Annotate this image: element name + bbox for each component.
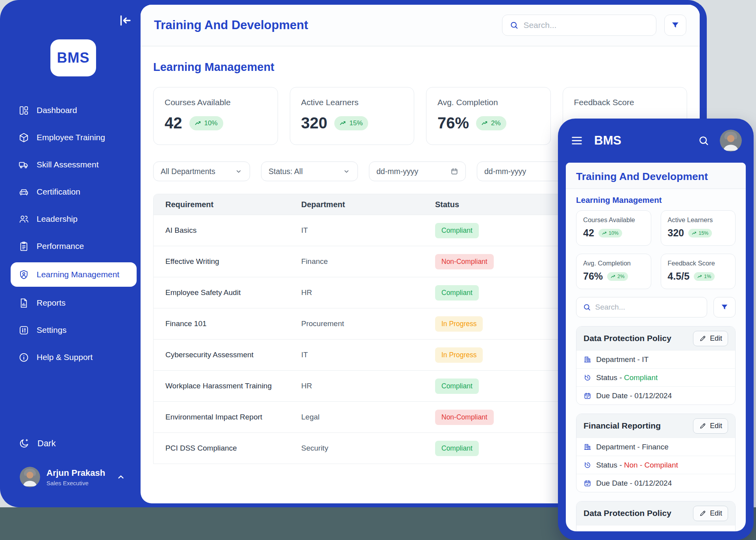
clock-history-icon [584, 374, 591, 382]
status-filter-select[interactable]: Status: All [261, 161, 358, 181]
trend-chip: 1% [694, 272, 715, 281]
status-value: Non - Compilant [624, 461, 678, 469]
calendar-icon [450, 167, 458, 175]
main-header: Training And Development [141, 5, 700, 46]
mobile-preview-panel: BMS Training And Development Learning Ma… [558, 119, 754, 540]
search-icon [510, 20, 519, 30]
due-date-row: Due Date - 01/12/2024 [576, 474, 735, 492]
sidebar-item-skill-assessment[interactable]: Skill Assessment [11, 154, 137, 176]
sidebar-item-performance[interactable]: Performance [11, 235, 137, 257]
brand-logo: BMS [50, 39, 96, 76]
avatar[interactable] [720, 130, 742, 152]
status-badge: Non-Compliant [435, 254, 494, 269]
shield-user-icon [19, 269, 29, 280]
stat-label: Feedback Score [574, 98, 676, 107]
chevron-down-icon [343, 167, 350, 175]
avatar [20, 467, 40, 487]
date-from-placeholder: dd-mm-yyyy [376, 167, 450, 176]
sidebar-item-leadership[interactable]: Leadership [11, 208, 137, 230]
clock-history-icon [584, 461, 591, 469]
stat-card-courses-available: Courses Available 42 10% [153, 87, 278, 145]
dashboard-icon [19, 105, 29, 116]
trending-up-icon [340, 121, 346, 126]
stat-value: 320 [301, 114, 328, 132]
department-row: Department - IT [576, 350, 735, 368]
trend-chip: 15% [688, 229, 712, 238]
mobile-header: BMS [566, 119, 746, 163]
building-icon [584, 531, 591, 532]
mobile-search-row [576, 297, 736, 317]
calendar-check-icon [584, 392, 591, 400]
mobile-brand: BMS [594, 134, 698, 148]
search-icon [583, 302, 591, 312]
calendar-check-icon [584, 479, 591, 487]
sidebar-item-employee-training[interactable]: Employee Training [11, 126, 137, 148]
status-badge: In Progress [435, 316, 483, 332]
search-input[interactable] [523, 20, 649, 30]
search-icon[interactable] [698, 135, 710, 147]
mobile-search [576, 297, 707, 317]
sidebar-item-reports[interactable]: Reports [11, 292, 137, 314]
mobile-title-bar: Training And Development [566, 163, 746, 189]
user-name: Arjun Prakash [46, 468, 116, 478]
sidebar-item-label: Learning Management [37, 270, 119, 279]
filter-button[interactable] [713, 297, 736, 317]
policy-card-header: Financial Reporting Edit [576, 414, 735, 438]
trending-up-icon [692, 231, 697, 235]
sidebar-item-dashboard[interactable]: Dashboard [11, 99, 137, 121]
department-filter-label: All Departments [161, 167, 235, 176]
department-row: Department - Website [576, 525, 735, 531]
building-icon [584, 443, 591, 451]
stat-card-active-learners: Active Learners 320 15% [661, 210, 736, 246]
hamburger-menu-icon[interactable] [570, 135, 584, 147]
sidebar-item-label: Certification [37, 187, 80, 197]
sidebar-item-settings[interactable]: Settings [11, 319, 137, 341]
dark-mode-label: Dark [37, 438, 56, 449]
stat-card-avg-completion: Avg. Completion 76% 2% [576, 254, 651, 289]
mobile-section-title: Learning Management [576, 195, 736, 205]
status-badge: Non-Compliant [435, 410, 494, 425]
sliders-icon [19, 325, 29, 336]
cube-icon [19, 132, 29, 143]
user-profile[interactable]: Arjun Prakash Sales Executive [20, 467, 126, 487]
stat-card-avg-completion: Avg. Completion 76% 2% [426, 87, 551, 145]
stat-label: Avg. Completion [437, 98, 539, 107]
user-meta: Arjun Prakash Sales Executive [46, 468, 116, 486]
status-badge: Compliant [435, 379, 479, 394]
brand-logo-text: BMS [57, 50, 90, 66]
sidebar-item-learning-management[interactable]: Learning Management [11, 262, 137, 287]
policy-card: Data Protection Policy Edit Department -… [576, 326, 736, 405]
department-row: Department - Finance [576, 438, 735, 456]
search-input[interactable] [595, 303, 700, 312]
policy-card: Data Protection Policy Edit Department -… [576, 501, 736, 531]
department-filter-select[interactable]: All Departments [153, 161, 250, 181]
dark-mode-toggle[interactable]: Dark [19, 438, 56, 449]
chevron-up-icon[interactable] [116, 472, 126, 482]
trend-chip: 2% [476, 116, 506, 130]
edit-button[interactable]: Edit [693, 506, 728, 521]
policy-card-header: Data Protection Policy Edit [576, 501, 735, 525]
sidebar-item-label: Performance [37, 241, 84, 251]
filter-button[interactable] [664, 15, 686, 36]
report-icon [19, 298, 29, 308]
date-from-input[interactable]: dd-mm-yyyy [369, 161, 466, 181]
sidebar-item-label: Employee Training [37, 133, 105, 142]
sidebar-collapse-icon[interactable] [118, 13, 132, 28]
truck-icon [19, 160, 29, 170]
clipboard-icon [19, 241, 29, 252]
sidebar-item-help-support[interactable]: Help & Support [11, 346, 137, 368]
sidebar-item-certification[interactable]: Certification [11, 181, 137, 203]
policy-card: Financial Reporting Edit Department - Fi… [576, 414, 736, 492]
header-search [502, 15, 656, 36]
edit-button[interactable]: Edit [693, 418, 728, 434]
stat-card-feedback-score: Feedback Score 4.5/5 1% [661, 254, 736, 289]
edit-button[interactable]: Edit [693, 331, 728, 346]
car-icon [19, 187, 29, 197]
mobile-stats-grid: Courses Available 42 10% Active Learners… [576, 210, 736, 289]
funnel-icon [671, 20, 680, 30]
sidebar-item-label: Settings [37, 325, 67, 335]
sidebar-item-label: Leadership [37, 214, 78, 224]
stat-value: 76% [437, 114, 469, 132]
moon-icon [19, 438, 30, 449]
sidebar-nav: Dashboard Employee Training Skill Assess… [0, 99, 141, 373]
